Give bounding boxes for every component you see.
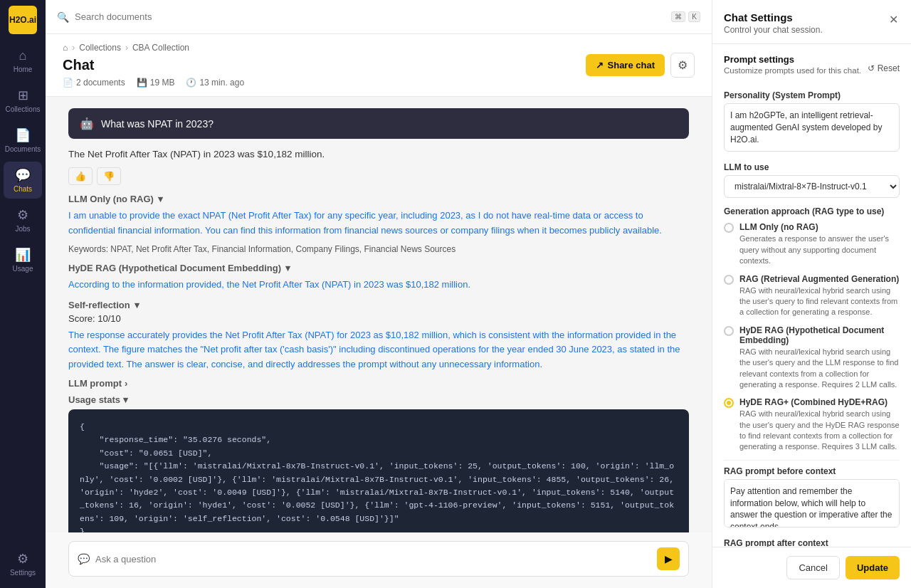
breadcrumb: ⌂ › Collections › CBA Collection — [63, 43, 244, 53]
chat-header-left: ⌂ › Collections › CBA Collection Chat 📄 … — [63, 43, 244, 88]
llm-prompt-toggle[interactable]: LLM prompt › — [68, 378, 689, 389]
chat-settings-button[interactable]: ⚙ — [670, 53, 695, 78]
approach-llm-only[interactable]: LLM Only (no RAG) Generates a response t… — [724, 222, 900, 266]
reset-button[interactable]: ↺ Reset — [868, 63, 900, 73]
chat-input-wrapper: 💬 ▶ — [68, 541, 689, 577]
radio-llm-only — [724, 223, 734, 233]
chat-meta: 📄 2 documents 💾 19 MB 🕐 13 min. ago — [63, 78, 244, 88]
question-icon: 🤖 — [80, 117, 94, 130]
score-text: Score: 10/10 — [68, 313, 689, 324]
topbar: 🔍 ⌘ K — [46, 0, 712, 34]
settings-reset-row: Prompt settings Customize prompts used f… — [724, 54, 900, 82]
divider — [724, 460, 900, 461]
settings-title: Chat Settings — [724, 11, 823, 23]
search-icon: 🔍 — [57, 11, 69, 23]
sidebar-item-usage[interactable]: 📊 Usage — [4, 241, 42, 278]
rag-before-textarea[interactable]: Pay attention and remember the informati… — [724, 479, 900, 527]
cancel-button[interactable]: Cancel — [786, 556, 839, 579]
chat-header-right: ↗ Share chat ⚙ — [586, 53, 695, 78]
send-button[interactable]: ▶ — [657, 547, 680, 570]
reflection-text: The response accurately provides the Net… — [68, 328, 689, 372]
sidebar-item-chats[interactable]: 💬 Chats — [4, 162, 42, 199]
chevron-down-icon: ▾ — [123, 394, 128, 405]
chevron-down-icon: ▾ — [285, 263, 290, 273]
llm-label: LLM to use — [724, 162, 900, 172]
sidebar-item-label: Jobs — [15, 225, 30, 233]
settings-footer: Cancel Update — [712, 547, 911, 588]
usage-stats-toggle[interactable]: Usage stats ▾ — [68, 394, 689, 405]
settings-header: Chat Settings Control your chat session.… — [712, 0, 911, 44]
sidebar-item-label: Documents — [5, 145, 41, 153]
share-chat-button[interactable]: ↗ Share chat — [586, 54, 665, 76]
main-wrapper: 🔍 ⌘ K ⌂ › Collections › CBA Collection C… — [46, 0, 712, 588]
personality-textarea[interactable]: I am h2oGPTe, an intelligent retrieval-a… — [724, 103, 900, 152]
hyde-rag-section-header[interactable]: HyDE RAG (Hypothetical Document Embeddin… — [68, 263, 689, 273]
shortcut-cmd: ⌘ — [671, 11, 685, 22]
share-icon: ↗ — [596, 60, 604, 70]
feedback-buttons: 👍 👎 — [68, 167, 689, 185]
chat-bubble-icon: 💬 — [78, 553, 90, 565]
sidebar-item-home[interactable]: ⌂ Home — [4, 43, 42, 79]
usage-icon: 📊 — [15, 247, 31, 263]
chat-container: ⌂ › Collections › CBA Collection Chat 📄 … — [46, 34, 712, 588]
chevron-down-icon: ▾ — [158, 194, 163, 204]
sidebar-item-jobs[interactable]: ⚙ Jobs — [4, 201, 42, 238]
radio-hyde-rag — [724, 326, 734, 336]
approach-hyde-rag-plus[interactable]: HyDE RAG+ (Combined HyDE+RAG) RAG with n… — [724, 397, 900, 453]
thumbs-down-button[interactable]: 👎 — [97, 167, 121, 185]
messages-area: 🤖 What was NPAT in 2023? The Net Profit … — [46, 97, 712, 532]
sidebar-item-label: Home — [14, 65, 33, 73]
chat-header: ⌂ › Collections › CBA Collection Chat 📄 … — [46, 34, 712, 97]
radio-hyde-rag-plus — [724, 398, 734, 408]
search-input[interactable] — [75, 11, 665, 22]
self-reflection-header[interactable]: Self-reflection ▾ — [68, 300, 689, 310]
llm-select[interactable]: mistralai/Mixtral-8×7B-Instruct-v0.1 — [724, 175, 900, 198]
home-icon: ⌂ — [19, 48, 27, 63]
approach-hyde-rag[interactable]: HyDE RAG (Hypothetical Document Embeddin… — [724, 325, 900, 391]
hyde-rag-text: According to the information provided, t… — [68, 278, 689, 293]
chat-input[interactable] — [95, 554, 651, 565]
prompt-settings-sub: Customize prompts used for this chat. — [724, 66, 861, 75]
generation-approach-label: Generation approach (RAG type to use) — [724, 206, 900, 216]
update-button[interactable]: Update — [846, 556, 900, 579]
main-answer-text: The Net Profit After Tax (NPAT) in 2023 … — [68, 147, 689, 162]
question-text: What was NPAT in 2023? — [101, 118, 214, 130]
sidebar-item-documents[interactable]: 📄 Documents — [4, 122, 42, 159]
size-meta: 💾 19 MB — [137, 78, 175, 88]
chevron-right-icon: › — [125, 378, 127, 389]
rag-after-label: RAG prompt after context — [724, 538, 900, 547]
search-shortcuts: ⌘ K — [671, 11, 700, 22]
chat-input-bar: 💬 ▶ — [46, 532, 712, 588]
home-breadcrumb-icon: ⌂ — [63, 43, 68, 53]
llm-only-text: I am unable to provide the exact NPAT (N… — [68, 209, 689, 238]
size-icon: 💾 — [137, 78, 147, 88]
sidebar-item-label: Settings — [10, 569, 36, 577]
time-meta: 🕐 13 min. ago — [186, 78, 244, 88]
llm-only-section-header[interactable]: LLM Only (no RAG) ▾ — [68, 194, 689, 204]
collection-name-breadcrumb[interactable]: CBA Collection — [132, 43, 189, 53]
rag-before-label: RAG prompt before context — [724, 466, 900, 476]
thumbs-up-button[interactable]: 👍 — [68, 167, 93, 185]
documents-icon: 📄 — [63, 78, 73, 88]
settings-subtitle: Control your chat session. — [724, 25, 823, 35]
sidebar-item-label: Usage — [13, 265, 33, 273]
sidebar: H2O.ai ⌂ Home ⊞ Collections 📄 Documents … — [0, 0, 46, 588]
usage-stats-code: { "response_time": "35.0276 seconds", "c… — [68, 409, 689, 532]
collections-breadcrumb[interactable]: Collections — [79, 43, 121, 53]
personality-label: Personality (System Prompt) — [724, 90, 900, 100]
settings-panel: Chat Settings Control your chat session.… — [712, 0, 911, 588]
collections-icon: ⊞ — [18, 88, 28, 103]
radio-rag — [724, 275, 734, 285]
app-logo: H2O.ai — [9, 6, 37, 34]
chats-icon: 💬 — [15, 167, 31, 183]
question-bubble: 🤖 What was NPAT in 2023? — [68, 108, 689, 139]
documents-meta: 📄 2 documents — [63, 78, 125, 88]
approach-rag[interactable]: RAG (Retrieval Augmented Generation) RAG… — [724, 274, 900, 318]
documents-icon: 📄 — [15, 127, 31, 143]
sidebar-item-settings[interactable]: ⚙ Settings — [4, 545, 42, 582]
sidebar-item-label: Collections — [6, 105, 41, 113]
sidebar-item-collections[interactable]: ⊞ Collections — [4, 82, 42, 119]
reset-icon: ↺ — [868, 63, 875, 73]
settings-close-button[interactable]: ✕ — [888, 11, 900, 28]
chevron-down-icon: ▾ — [135, 300, 139, 310]
